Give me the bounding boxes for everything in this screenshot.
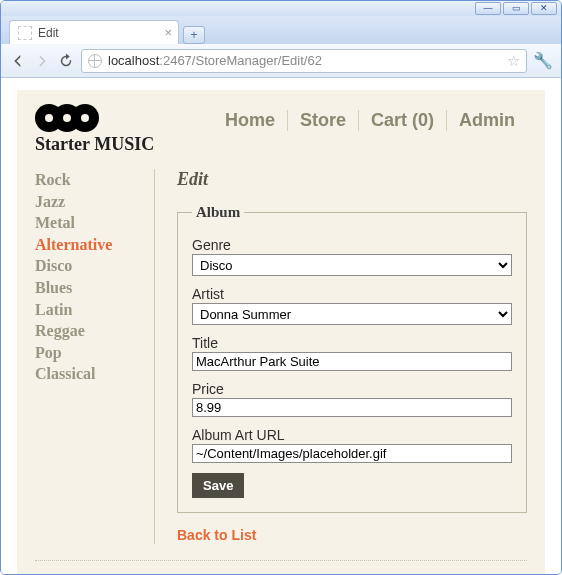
field-artist: Artist Donna Summer [192,286,512,325]
favicon-icon [18,26,32,40]
art-url-input[interactable] [192,444,512,463]
sidebar-genre-latin[interactable]: Latin [35,299,146,321]
forward-icon [33,52,51,70]
sidebar-genre-blues[interactable]: Blues [35,277,146,299]
nav-home[interactable]: Home [213,110,288,131]
field-genre: Genre Disco [192,237,512,276]
new-tab-button[interactable]: + [183,26,205,44]
tab-title: Edit [38,26,59,40]
genre-label: Genre [192,237,512,253]
page-viewport: Starter MUSIC Home Store Cart (0) Admin … [1,78,561,574]
footer-divider [35,560,527,561]
back-to-list-link[interactable]: Back to List [177,527,256,543]
wrench-icon[interactable]: 🔧 [533,51,553,70]
nav-cart[interactable]: Cart (0) [359,110,447,131]
sidebar-genre-rock[interactable]: Rock [35,169,146,191]
main-panel: Edit Album Genre Disco Artist [155,169,527,544]
browser-window: — ▭ ✕ Edit × + localhost:2467/StoreManag… [0,0,562,575]
album-fieldset: Album Genre Disco Artist Donna Summer [177,204,527,513]
vinyl-records-icon [35,104,154,132]
price-input[interactable] [192,398,512,417]
window-maximize-button[interactable]: ▭ [503,2,529,15]
field-title: Title [192,335,512,371]
genre-select[interactable]: Disco [192,254,512,276]
artist-label: Artist [192,286,512,302]
title-label: Title [192,335,512,351]
browser-tab[interactable]: Edit × [9,20,179,44]
brand-title: Starter MUSIC [35,134,154,155]
back-icon[interactable] [9,52,27,70]
art-url-label: Album Art URL [192,427,512,443]
site-logo[interactable]: Starter MUSIC [35,104,154,155]
page-title: Edit [177,169,527,190]
sidebar-genre-classical[interactable]: Classical [35,363,146,385]
title-input[interactable] [192,352,512,371]
sidebar-genre-metal[interactable]: Metal [35,212,146,234]
field-art-url: Album Art URL [192,427,512,463]
reload-icon[interactable] [57,52,75,70]
tab-strip: Edit × + [1,16,561,44]
browser-toolbar: localhost:2467/StoreManager/Edit/62 ☆ 🔧 [1,44,561,78]
genre-sidebar: Rock Jazz Metal Alternative Disco Blues … [35,169,155,544]
nav-admin[interactable]: Admin [447,110,527,131]
fieldset-legend: Album [192,204,244,221]
url-host: localhost [108,53,159,68]
nav-store[interactable]: Store [288,110,359,131]
address-bar[interactable]: localhost:2467/StoreManager/Edit/62 ☆ [81,49,527,73]
page-content: Starter MUSIC Home Store Cart (0) Admin … [17,90,545,574]
sidebar-genre-disco[interactable]: Disco [35,255,146,277]
content-body: Rock Jazz Metal Alternative Disco Blues … [35,169,527,544]
top-nav: Home Store Cart (0) Admin [213,110,527,131]
field-price: Price [192,381,512,417]
save-button[interactable]: Save [192,473,244,498]
url-path: :2467/StoreManager/Edit/62 [159,53,322,68]
artist-select[interactable]: Donna Summer [192,303,512,325]
window-minimize-button[interactable]: — [475,2,501,15]
globe-icon [88,54,102,68]
window-titlebar: — ▭ ✕ [1,1,561,16]
sidebar-genre-reggae[interactable]: Reggae [35,320,146,342]
tab-close-icon[interactable]: × [164,25,172,40]
site-header: Starter MUSIC Home Store Cart (0) Admin [35,104,527,155]
bookmark-star-icon[interactable]: ☆ [507,52,520,70]
sidebar-genre-jazz[interactable]: Jazz [35,191,146,213]
sidebar-genre-pop[interactable]: Pop [35,342,146,364]
price-label: Price [192,381,512,397]
sidebar-genre-alternative[interactable]: Alternative [35,234,146,256]
window-close-button[interactable]: ✕ [531,2,557,15]
